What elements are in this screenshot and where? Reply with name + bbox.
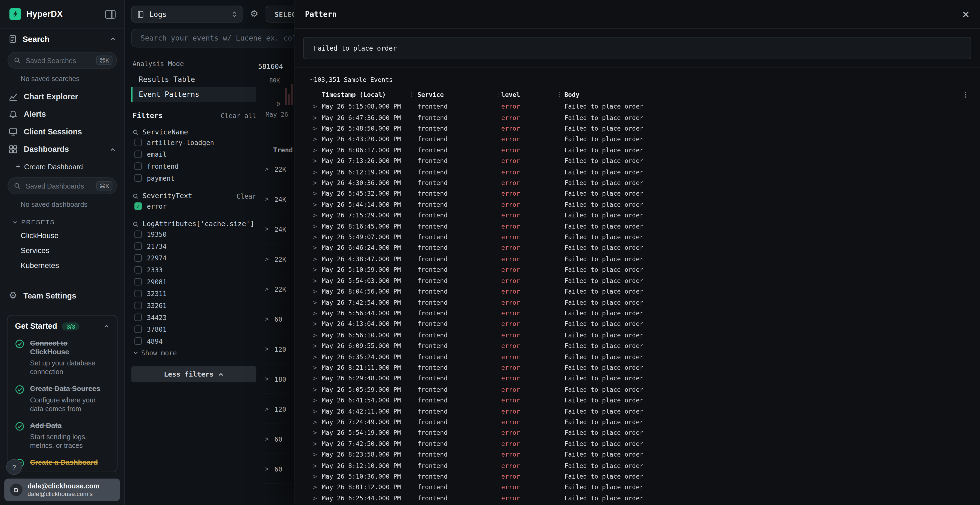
col-level[interactable]: level [501, 91, 564, 98]
expand-row-icon[interactable]: > [265, 315, 269, 322]
hyperdx-home-link[interactable]: HyperDX [9, 8, 63, 20]
event-row[interactable]: > May 26 6:46:24.000 PM frontend error F… [303, 243, 971, 253]
expand-row-icon[interactable]: > [313, 484, 322, 491]
filter-option[interactable]: 22974 [131, 252, 256, 264]
event-row[interactable]: > May 26 8:04:56.000 PM frontend error F… [303, 286, 971, 297]
event-row[interactable]: > May 26 8:01:12.000 PM frontend error F… [303, 482, 971, 493]
expand-row-icon[interactable]: > [313, 321, 322, 327]
checkbox[interactable] [134, 242, 142, 250]
saved-dashboards-input[interactable]: ⌘K [8, 178, 117, 194]
event-row[interactable]: > May 26 8:16:45.000 PM frontend error F… [303, 221, 971, 232]
filter-option[interactable]: 4894 [131, 335, 256, 347]
expand-row-icon[interactable]: > [313, 353, 322, 360]
checkbox[interactable]: ✓ [134, 202, 142, 210]
expand-row-icon[interactable]: > [265, 435, 269, 442]
checkbox[interactable] [134, 230, 142, 238]
filter-option[interactable]: email [131, 148, 256, 160]
expand-row-icon[interactable]: > [313, 495, 322, 502]
expand-row-icon[interactable]: > [313, 245, 322, 251]
user-menu[interactable]: D dale@clickhouse.com dale@clickhouse.co… [4, 479, 120, 501]
get-started-header[interactable]: Get Started 3/3 [15, 322, 110, 330]
event-row[interactable]: > May 26 5:56:44.000 PM frontend error F… [303, 308, 971, 319]
expand-row-icon[interactable]: > [265, 165, 269, 172]
event-row[interactable]: > May 26 4:13:04.000 PM frontend error F… [303, 319, 971, 329]
checkbox[interactable] [134, 337, 142, 345]
sidebar-item-team-settings[interactable]: ⚙ Team Settings [0, 287, 124, 305]
expand-row-icon[interactable]: > [313, 342, 322, 349]
source-settings-gear-icon[interactable]: ⚙ [250, 9, 258, 19]
expand-row-icon[interactable]: > [313, 103, 322, 110]
expand-row-icon[interactable]: > [313, 418, 322, 425]
close-icon[interactable]: × [962, 8, 969, 20]
get-started-item[interactable]: Connect to ClickHouse Set up your databa… [15, 338, 110, 376]
expand-row-icon[interactable]: > [313, 168, 322, 175]
event-row[interactable]: > May 26 4:38:47.000 PM frontend error F… [303, 253, 971, 264]
expand-row-icon[interactable]: > [313, 190, 322, 197]
preset-clickhouse[interactable]: ClickHouse [0, 228, 124, 243]
expand-row-icon[interactable]: > [313, 462, 322, 469]
expand-row-icon[interactable]: > [313, 147, 322, 154]
filter-option[interactable]: 21734 [131, 240, 256, 252]
event-row[interactable]: > May 26 6:09:55.000 PM frontend error F… [303, 340, 971, 351]
filter-option[interactable]: 32311 [131, 287, 256, 299]
get-started-item[interactable]: Add Data Start sending logs, metrics, or… [15, 421, 110, 450]
mode-results-table[interactable]: Results Table [131, 72, 256, 87]
expand-row-icon[interactable]: > [313, 288, 322, 295]
expand-row-icon[interactable]: > [313, 332, 322, 338]
expand-row-icon[interactable]: > [265, 405, 269, 412]
expand-row-icon[interactable]: > [313, 266, 322, 273]
expand-row-icon[interactable]: > [265, 346, 269, 353]
col-timestamp[interactable]: Timestamp (Local) [322, 91, 417, 98]
less-filters-button[interactable]: Less filters [131, 366, 256, 382]
sidebar-item-chart-explorer[interactable]: Chart Explorer [0, 88, 124, 106]
expand-row-icon[interactable]: > [313, 473, 322, 480]
filter-option[interactable]: payment [131, 172, 256, 184]
expand-row-icon[interactable]: > [313, 375, 322, 382]
event-row[interactable]: > May 26 4:42:11.000 PM frontend error F… [303, 406, 971, 416]
checkbox[interactable] [134, 254, 142, 262]
event-row[interactable]: > May 26 8:23:58.000 PM frontend error F… [303, 449, 971, 460]
expand-row-icon[interactable]: > [265, 375, 269, 382]
event-row[interactable]: > May 26 5:10:36.000 PM frontend error F… [303, 471, 971, 482]
event-row[interactable]: > May 26 4:43:20.000 PM frontend error F… [303, 134, 971, 145]
expand-row-icon[interactable]: > [313, 157, 322, 164]
filter-option[interactable]: 37801 [131, 323, 256, 335]
checkbox[interactable] [134, 278, 142, 286]
expand-row-icon[interactable]: > [313, 429, 322, 436]
get-started-item[interactable]: Create a Dashboard [15, 458, 110, 468]
sidebar-item-client-sessions[interactable]: Client Sessions [0, 123, 124, 140]
checkbox[interactable] [134, 266, 142, 273]
checkbox[interactable] [134, 138, 142, 146]
event-row[interactable]: > May 26 7:24:49.000 PM frontend error F… [303, 416, 971, 427]
event-row[interactable]: > May 26 7:42:50.000 PM frontend error F… [303, 438, 971, 449]
filter-option[interactable]: ✓ error [131, 200, 256, 212]
event-row[interactable]: > May 26 5:15:08.000 PM frontend error F… [303, 101, 971, 112]
preset-services[interactable]: Services [0, 243, 124, 258]
show-more-link[interactable]: Show more [133, 349, 256, 357]
column-resize-handle[interactable]: ⋮ [495, 91, 501, 97]
filter-option[interactable]: 33261 [131, 299, 256, 311]
event-row[interactable]: > May 26 8:12:10.000 PM frontend error F… [303, 460, 971, 471]
checkbox[interactable] [134, 289, 142, 297]
event-row[interactable]: > May 26 4:30:36.000 PM frontend error F… [303, 178, 971, 188]
column-resize-handle[interactable]: ⋮ [556, 91, 562, 97]
clear-filter-link[interactable]: Clear [237, 192, 256, 200]
event-row[interactable]: > May 26 6:25:44.000 PM frontend error F… [303, 493, 971, 503]
sidebar-section-search[interactable]: Search [0, 28, 124, 49]
event-row[interactable]: > May 26 6:29:48.000 PM frontend error F… [303, 373, 971, 384]
expand-row-icon[interactable]: > [265, 286, 269, 292]
expand-row-icon[interactable]: > [265, 465, 269, 472]
event-row[interactable]: > May 26 5:49:07.000 PM frontend error F… [303, 232, 971, 243]
checkbox[interactable] [134, 174, 142, 181]
checkbox[interactable] [134, 162, 142, 170]
saved-searches-field[interactable] [24, 56, 93, 65]
checkbox[interactable] [134, 313, 142, 321]
event-row[interactable]: > May 26 6:47:36.000 PM frontend error F… [303, 112, 971, 123]
expand-row-icon[interactable]: > [313, 179, 322, 186]
filter-option[interactable]: artillery-loadgen [131, 136, 256, 148]
saved-searches-input[interactable]: ⌘K [8, 52, 117, 69]
checkbox[interactable] [134, 302, 142, 309]
filter-option[interactable]: 19350 [131, 228, 256, 240]
expand-row-icon[interactable]: > [313, 114, 322, 121]
sidebar-item-alerts[interactable]: Alerts [0, 106, 124, 123]
